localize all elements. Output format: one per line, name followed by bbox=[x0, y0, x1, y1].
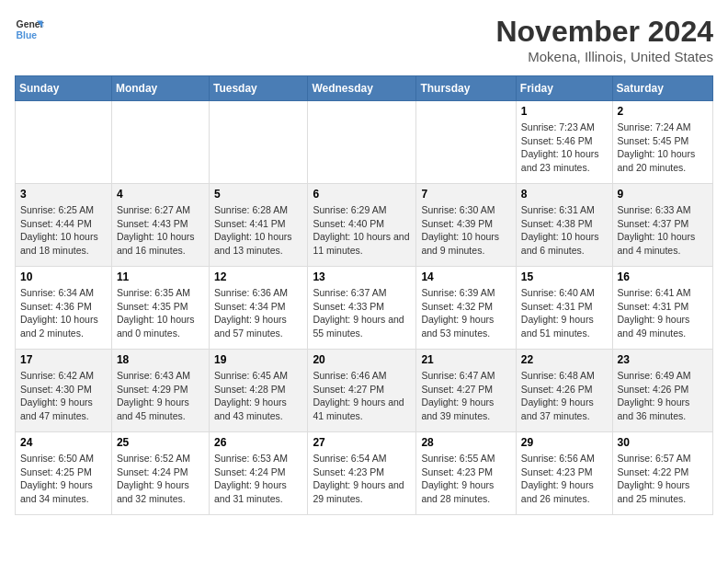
calendar-cell: 6Sunrise: 6:29 AM Sunset: 4:40 PM Daylig… bbox=[308, 184, 416, 267]
day-info: Sunrise: 6:27 AM Sunset: 4:43 PM Dayligh… bbox=[117, 203, 204, 258]
calendar-cell: 9Sunrise: 6:33 AM Sunset: 4:37 PM Daylig… bbox=[612, 184, 713, 267]
day-number: 6 bbox=[313, 188, 411, 201]
day-info: Sunrise: 6:33 AM Sunset: 4:37 PM Dayligh… bbox=[618, 203, 709, 258]
day-of-week-header: Sunday bbox=[16, 76, 112, 101]
calendar-cell: 13Sunrise: 6:37 AM Sunset: 4:33 PM Dayli… bbox=[308, 267, 416, 350]
day-number: 12 bbox=[214, 270, 302, 283]
day-of-week-header: Friday bbox=[516, 76, 612, 101]
day-number: 14 bbox=[421, 270, 510, 283]
day-number: 23 bbox=[618, 353, 709, 366]
calendar-cell: 16Sunrise: 6:41 AM Sunset: 4:31 PM Dayli… bbox=[612, 267, 713, 350]
calendar-cell: 5Sunrise: 6:28 AM Sunset: 4:41 PM Daylig… bbox=[209, 184, 307, 267]
day-number: 5 bbox=[214, 188, 302, 201]
day-info: Sunrise: 6:43 AM Sunset: 4:29 PM Dayligh… bbox=[117, 369, 204, 423]
calendar-cell: 3Sunrise: 6:25 AM Sunset: 4:44 PM Daylig… bbox=[16, 184, 112, 267]
day-number: 13 bbox=[313, 270, 411, 283]
day-info: Sunrise: 6:47 AM Sunset: 4:27 PM Dayligh… bbox=[421, 369, 510, 423]
day-number: 17 bbox=[20, 353, 107, 366]
calendar-cell: 2Sunrise: 7:24 AM Sunset: 5:45 PM Daylig… bbox=[612, 101, 713, 184]
day-info: Sunrise: 6:29 AM Sunset: 4:40 PM Dayligh… bbox=[313, 203, 411, 258]
day-info: Sunrise: 7:24 AM Sunset: 5:45 PM Dayligh… bbox=[618, 121, 709, 175]
title-block: November 2024 Mokena, Illinois, United S… bbox=[495, 15, 713, 64]
calendar-cell: 26Sunrise: 6:53 AM Sunset: 4:24 PM Dayli… bbox=[209, 432, 307, 515]
calendar-week-row: 24Sunrise: 6:50 AM Sunset: 4:25 PM Dayli… bbox=[16, 432, 713, 515]
days-header-row: SundayMondayTuesdayWednesdayThursdayFrid… bbox=[16, 76, 713, 101]
day-number: 22 bbox=[521, 353, 608, 366]
calendar-cell: 10Sunrise: 6:34 AM Sunset: 4:36 PM Dayli… bbox=[16, 267, 112, 350]
day-number: 30 bbox=[618, 436, 709, 449]
day-info: Sunrise: 6:34 AM Sunset: 4:36 PM Dayligh… bbox=[20, 286, 107, 340]
day-info: Sunrise: 6:46 AM Sunset: 4:27 PM Dayligh… bbox=[313, 369, 411, 423]
day-info: Sunrise: 6:42 AM Sunset: 4:30 PM Dayligh… bbox=[20, 369, 107, 423]
calendar-cell: 11Sunrise: 6:35 AM Sunset: 4:35 PM Dayli… bbox=[111, 267, 209, 350]
calendar-cell bbox=[16, 101, 112, 184]
day-info: Sunrise: 6:45 AM Sunset: 4:28 PM Dayligh… bbox=[214, 369, 302, 423]
day-number: 1 bbox=[521, 105, 608, 118]
calendar-cell bbox=[209, 101, 307, 184]
day-number: 26 bbox=[214, 436, 302, 449]
day-info: Sunrise: 6:28 AM Sunset: 4:41 PM Dayligh… bbox=[214, 203, 302, 258]
calendar-cell: 14Sunrise: 6:39 AM Sunset: 4:32 PM Dayli… bbox=[416, 267, 516, 350]
calendar-cell: 29Sunrise: 6:56 AM Sunset: 4:23 PM Dayli… bbox=[516, 432, 612, 515]
calendar-cell: 20Sunrise: 6:46 AM Sunset: 4:27 PM Dayli… bbox=[308, 350, 416, 432]
month-year-title: November 2024 bbox=[495, 15, 713, 49]
calendar-cell: 8Sunrise: 6:31 AM Sunset: 4:38 PM Daylig… bbox=[516, 184, 612, 267]
day-info: Sunrise: 6:35 AM Sunset: 4:35 PM Dayligh… bbox=[117, 286, 204, 340]
day-info: Sunrise: 6:48 AM Sunset: 4:26 PM Dayligh… bbox=[521, 369, 608, 423]
calendar-cell bbox=[308, 101, 416, 184]
day-number: 18 bbox=[117, 353, 204, 366]
day-number: 20 bbox=[313, 353, 411, 366]
day-info: Sunrise: 6:30 AM Sunset: 4:39 PM Dayligh… bbox=[421, 203, 510, 258]
day-info: Sunrise: 6:57 AM Sunset: 4:22 PM Dayligh… bbox=[618, 452, 709, 506]
calendar-cell: 30Sunrise: 6:57 AM Sunset: 4:22 PM Dayli… bbox=[612, 432, 713, 515]
day-of-week-header: Tuesday bbox=[209, 76, 307, 101]
calendar-cell: 12Sunrise: 6:36 AM Sunset: 4:34 PM Dayli… bbox=[209, 267, 307, 350]
calendar-cell: 24Sunrise: 6:50 AM Sunset: 4:25 PM Dayli… bbox=[16, 432, 112, 515]
calendar-cell: 27Sunrise: 6:54 AM Sunset: 4:23 PM Dayli… bbox=[308, 432, 416, 515]
calendar-cell: 25Sunrise: 6:52 AM Sunset: 4:24 PM Dayli… bbox=[111, 432, 209, 515]
day-number: 19 bbox=[214, 353, 302, 366]
day-of-week-header: Wednesday bbox=[308, 76, 416, 101]
logo: General Blue bbox=[15, 15, 44, 44]
day-number: 16 bbox=[618, 270, 709, 283]
day-info: Sunrise: 6:53 AM Sunset: 4:24 PM Dayligh… bbox=[214, 452, 302, 506]
day-number: 7 bbox=[421, 188, 510, 201]
calendar-week-row: 3Sunrise: 6:25 AM Sunset: 4:44 PM Daylig… bbox=[16, 184, 713, 267]
calendar-cell: 19Sunrise: 6:45 AM Sunset: 4:28 PM Dayli… bbox=[209, 350, 307, 432]
day-number: 8 bbox=[521, 188, 608, 201]
calendar-cell: 21Sunrise: 6:47 AM Sunset: 4:27 PM Dayli… bbox=[416, 350, 516, 432]
calendar-cell: 22Sunrise: 6:48 AM Sunset: 4:26 PM Dayli… bbox=[516, 350, 612, 432]
day-number: 25 bbox=[117, 436, 204, 449]
calendar-cell: 23Sunrise: 6:49 AM Sunset: 4:26 PM Dayli… bbox=[612, 350, 713, 432]
day-number: 10 bbox=[20, 270, 107, 283]
day-info: Sunrise: 6:36 AM Sunset: 4:34 PM Dayligh… bbox=[214, 286, 302, 340]
calendar-table: SundayMondayTuesdayWednesdayThursdayFrid… bbox=[15, 75, 713, 515]
day-number: 15 bbox=[521, 270, 608, 283]
calendar-cell: 18Sunrise: 6:43 AM Sunset: 4:29 PM Dayli… bbox=[111, 350, 209, 432]
day-number: 27 bbox=[313, 436, 411, 449]
day-of-week-header: Monday bbox=[111, 76, 209, 101]
calendar-week-row: 1Sunrise: 7:23 AM Sunset: 5:46 PM Daylig… bbox=[16, 101, 713, 184]
day-info: Sunrise: 6:37 AM Sunset: 4:33 PM Dayligh… bbox=[313, 286, 411, 340]
calendar-cell bbox=[111, 101, 209, 184]
calendar-week-row: 10Sunrise: 6:34 AM Sunset: 4:36 PM Dayli… bbox=[16, 267, 713, 350]
day-info: Sunrise: 6:31 AM Sunset: 4:38 PM Dayligh… bbox=[521, 203, 608, 258]
day-number: 9 bbox=[618, 188, 709, 201]
day-info: Sunrise: 6:50 AM Sunset: 4:25 PM Dayligh… bbox=[20, 452, 107, 506]
day-info: Sunrise: 6:39 AM Sunset: 4:32 PM Dayligh… bbox=[421, 286, 510, 340]
day-of-week-header: Saturday bbox=[612, 76, 713, 101]
day-info: Sunrise: 6:55 AM Sunset: 4:23 PM Dayligh… bbox=[421, 452, 510, 506]
day-number: 4 bbox=[117, 188, 204, 201]
day-info: Sunrise: 6:54 AM Sunset: 4:23 PM Dayligh… bbox=[313, 452, 411, 506]
calendar-cell: 28Sunrise: 6:55 AM Sunset: 4:23 PM Dayli… bbox=[416, 432, 516, 515]
day-info: Sunrise: 6:52 AM Sunset: 4:24 PM Dayligh… bbox=[117, 452, 204, 506]
calendar-cell bbox=[416, 101, 516, 184]
logo-icon: General Blue bbox=[15, 15, 44, 44]
day-info: Sunrise: 6:25 AM Sunset: 4:44 PM Dayligh… bbox=[20, 203, 107, 258]
calendar-cell: 7Sunrise: 6:30 AM Sunset: 4:39 PM Daylig… bbox=[416, 184, 516, 267]
day-info: Sunrise: 6:41 AM Sunset: 4:31 PM Dayligh… bbox=[618, 286, 709, 340]
calendar-cell: 1Sunrise: 7:23 AM Sunset: 5:46 PM Daylig… bbox=[516, 101, 612, 184]
day-of-week-header: Thursday bbox=[416, 76, 516, 101]
calendar-cell: 17Sunrise: 6:42 AM Sunset: 4:30 PM Dayli… bbox=[16, 350, 112, 432]
page-header: General Blue November 2024 Mokena, Illin… bbox=[15, 15, 713, 64]
